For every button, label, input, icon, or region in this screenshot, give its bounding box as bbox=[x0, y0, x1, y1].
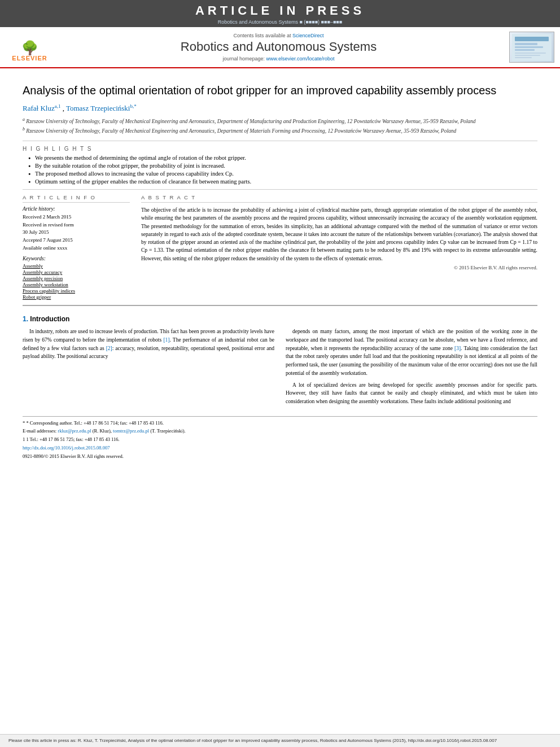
keyword-2: Assembly accuracy bbox=[23, 269, 130, 275]
svg-rect-5 bbox=[515, 53, 546, 54]
bottom-bar-text: Please cite this article in press as: R.… bbox=[8, 738, 497, 743]
abstract-label: A B S T R A C T bbox=[141, 194, 537, 203]
author-trzepiecinski: Tomasz Trzepiecińskib,* bbox=[66, 104, 137, 112]
affiliation-b: b Rzeszow University of Technology, Facu… bbox=[23, 126, 537, 135]
introduction-two-col: In industry, robots are used to increase… bbox=[23, 327, 537, 409]
issn-line: 0921-8890/© 2015 Elsevier B.V. All right… bbox=[23, 453, 537, 460]
highlight-item-1: We presents the method of determining th… bbox=[28, 155, 537, 161]
svg-rect-7 bbox=[515, 57, 532, 58]
svg-rect-4 bbox=[515, 49, 535, 51]
keyword-3: Assembly precision bbox=[23, 276, 130, 281]
received-date: Received 2 March 2015 bbox=[23, 213, 130, 221]
author-kluz: Rafał Kluza,1 bbox=[23, 104, 63, 112]
keyword-5: Process capability indices bbox=[23, 288, 130, 294]
elsevier-logo: 🌳 ELSEVIER bbox=[6, 33, 54, 62]
journal-ref-line: Robotics and Autonomous Systems ■ (■■■■)… bbox=[0, 19, 560, 25]
keywords-section: Keywords: Assembly Assembly accuracy Ass… bbox=[23, 256, 130, 300]
svg-rect-2 bbox=[515, 43, 537, 45]
article-history-label: Article history: bbox=[23, 206, 130, 212]
intro-right-para1: depends on many factors, among the most … bbox=[286, 327, 537, 377]
doi-link[interactable]: http://dx.doi.org/10.1016/j.robot.2015.0… bbox=[23, 445, 110, 451]
article-in-press-banner: ARTICLE IN PRESS Robotics and Autonomous… bbox=[0, 0, 560, 27]
svg-rect-6 bbox=[515, 55, 540, 56]
highlight-item-3: The proposed method allows to increasing… bbox=[28, 171, 537, 177]
homepage-link[interactable]: www.elsevier.com/locate/robot bbox=[266, 56, 335, 62]
journal-title: Robotics and Autonomous Systems bbox=[54, 40, 504, 54]
journal-logo-box bbox=[509, 32, 554, 63]
journal-logo-right bbox=[504, 32, 554, 63]
received-revised-label: Received in revised form bbox=[23, 221, 130, 229]
svg-rect-1 bbox=[515, 37, 549, 41]
elsevier-wordmark: ELSEVIER bbox=[12, 55, 47, 62]
highlight-item-4: Optimum setting of the gripper enables t… bbox=[28, 178, 537, 185]
highlights-label: H I G H L I G H T S bbox=[23, 146, 537, 152]
bottom-bar: Please cite this article in press as: R.… bbox=[0, 734, 560, 747]
affiliations: a Rzeszow University of Technology, Facu… bbox=[23, 116, 537, 135]
email-link-2[interactable]: tomtrz@prz.edu.pl bbox=[113, 428, 149, 434]
highlights-list: We presents the method of determining th… bbox=[23, 155, 537, 185]
accepted-date: Accepted 7 August 2015 bbox=[23, 237, 130, 244]
section-title: 1. Introduction bbox=[23, 315, 537, 323]
article-info-abstract: A R T I C L E I N F O Article history: R… bbox=[23, 194, 537, 300]
keyword-1: Assembly bbox=[23, 263, 130, 269]
keywords-label: Keywords: bbox=[23, 256, 130, 261]
journal-header: 🌳 ELSEVIER Contents lists available at S… bbox=[0, 27, 560, 68]
keyword-6: Robot gripper bbox=[23, 294, 130, 300]
article-in-press-text: ARTICLE IN PRESS bbox=[0, 3, 560, 18]
divider-after-affiliations bbox=[23, 141, 537, 141]
elsevier-tree-icon: 🌳 bbox=[21, 41, 38, 55]
email-link-1[interactable]: rkluz@prz.edu.pl bbox=[58, 428, 91, 434]
sciencedirect-link[interactable]: ScienceDirect bbox=[292, 33, 324, 38]
footnote-email: E-mail addresses: rkluz@prz.edu.pl (R. K… bbox=[23, 427, 537, 435]
contents-line: Contents lists available at ScienceDirec… bbox=[54, 33, 504, 38]
introduction-section: 1. Introduction In industry, robots are … bbox=[23, 315, 537, 409]
article-info-column: A R T I C L E I N F O Article history: R… bbox=[23, 194, 130, 300]
footnotes-area: * * Corresponding author. Tel.: +48 17 8… bbox=[23, 416, 537, 460]
cite-1[interactable]: [1] bbox=[163, 337, 169, 343]
keyword-4: Assembly workstation bbox=[23, 282, 130, 287]
section-title-text: Introduction bbox=[30, 315, 69, 323]
highlight-item-2: By the suitable rotation of the robot gr… bbox=[28, 163, 537, 169]
paper-title: Analysis of the optimal orientation of r… bbox=[23, 83, 537, 98]
intro-left-para: In industry, robots are used to increase… bbox=[23, 327, 274, 361]
intro-right-col: depends on many factors, among the most … bbox=[286, 327, 537, 409]
abstract-column: A B S T R A C T The objective of the art… bbox=[141, 194, 537, 300]
cite-3[interactable]: [3] bbox=[454, 346, 461, 351]
footnote-1: 1 1 Tel.: +48 17 86 51 725; fax: +48 17 … bbox=[23, 436, 537, 443]
received-revised-date: 30 July 2015 bbox=[23, 229, 130, 236]
main-content: Analysis of the optimal orientation of r… bbox=[0, 68, 560, 466]
article-info-label: A R T I C L E I N F O bbox=[23, 194, 130, 203]
section-number: 1. bbox=[23, 315, 28, 323]
homepage-line: journal homepage: www.elsevier.com/locat… bbox=[54, 56, 504, 62]
intro-left-col: In industry, robots are used to increase… bbox=[23, 327, 274, 409]
doi-link-container: http://dx.doi.org/10.1016/j.robot.2015.0… bbox=[23, 444, 537, 452]
copyright-line: © 2015 Elsevier B.V. All rights reserved… bbox=[141, 265, 537, 270]
cite-2[interactable]: [2] bbox=[106, 346, 112, 351]
divider-after-highlights bbox=[23, 189, 537, 190]
authors-line: Rafał Kluza,1 , Tomasz Trzepiecińskib,* bbox=[23, 103, 537, 113]
available-online: Available online xxxx bbox=[23, 244, 130, 252]
highlights-section: H I G H L I G H T S We presents the meth… bbox=[23, 146, 537, 185]
footnote-corresponding: * * Corresponding author. Tel.: +48 17 8… bbox=[23, 420, 537, 427]
divider-before-introduction bbox=[23, 305, 537, 306]
journal-ref-text: Robotics and Autonomous Systems ■ (■■■■)… bbox=[218, 19, 342, 25]
abstract-text: The objective of the article is to incre… bbox=[141, 206, 537, 263]
affiliation-a: a Rzeszow University of Technology, Facu… bbox=[23, 116, 537, 125]
intro-right-para2: A lot of specialized devices are being d… bbox=[286, 381, 537, 406]
journal-center: Contents lists available at ScienceDirec… bbox=[54, 33, 504, 62]
svg-rect-3 bbox=[515, 46, 543, 48]
